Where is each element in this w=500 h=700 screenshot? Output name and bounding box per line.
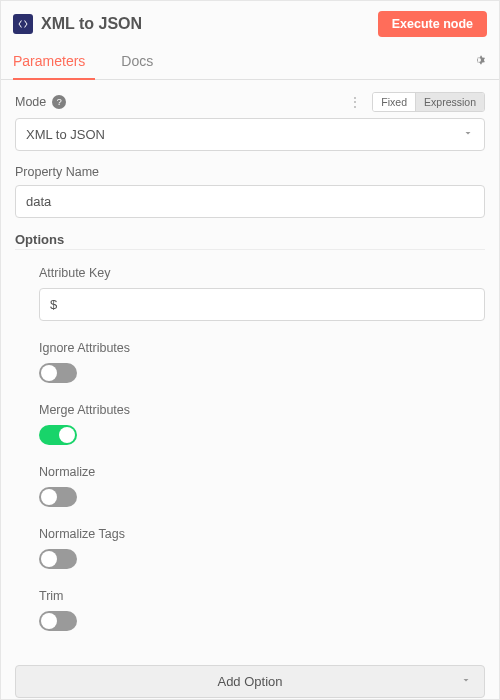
mode-select-value: XML to JSON	[26, 127, 105, 142]
options-divider	[15, 249, 485, 250]
node-title: XML to JSON	[41, 15, 378, 33]
help-icon[interactable]: ?	[52, 95, 66, 109]
options-list: Attribute Key Ignore Attributes Merge At…	[15, 266, 485, 631]
chevron-down-icon	[460, 674, 472, 689]
parameters-body: Mode ? ⋮ Fixed Expression XML to JSON Pr…	[1, 80, 499, 665]
toggle-ignore-attributes[interactable]	[39, 363, 77, 383]
option-trim: Trim	[39, 589, 485, 631]
drag-handle-icon[interactable]: ⋮	[349, 95, 362, 109]
add-option-label: Add Option	[217, 674, 282, 689]
field-property-name: Property Name	[15, 165, 485, 218]
field-mode: Mode ? ⋮ Fixed Expression XML to JSON	[15, 92, 485, 151]
tab-parameters[interactable]: Parameters	[13, 45, 95, 79]
option-ignore-attributes: Ignore Attributes	[39, 341, 485, 383]
label-trim: Trim	[39, 589, 485, 603]
value-type-expression[interactable]: Expression	[415, 93, 484, 111]
execute-node-button[interactable]: Execute node	[378, 11, 487, 37]
node-type-icon	[13, 14, 33, 34]
toggle-normalize[interactable]	[39, 487, 77, 507]
value-type-fixed[interactable]: Fixed	[373, 93, 415, 111]
chevron-down-icon	[462, 127, 474, 142]
mode-select[interactable]: XML to JSON	[15, 118, 485, 151]
property-name-input[interactable]	[15, 185, 485, 218]
add-option-button[interactable]: Add Option	[15, 665, 485, 698]
option-merge-attributes: Merge Attributes	[39, 403, 485, 445]
toggle-normalize-tags[interactable]	[39, 549, 77, 569]
label-mode: Mode	[15, 95, 46, 109]
label-ignore-attributes: Ignore Attributes	[39, 341, 485, 355]
mode-value-type-toggle[interactable]: Fixed Expression	[372, 92, 485, 112]
option-attribute-key: Attribute Key	[39, 266, 485, 321]
settings-gear-icon[interactable]	[471, 46, 487, 78]
label-normalize: Normalize	[39, 465, 485, 479]
tab-docs[interactable]: Docs	[121, 45, 163, 79]
toggle-merge-attributes[interactable]	[39, 425, 77, 445]
panel-header: XML to JSON Execute node	[1, 1, 499, 45]
node-config-panel: XML to JSON Execute node Parameters Docs…	[0, 0, 500, 700]
option-normalize-tags: Normalize Tags	[39, 527, 485, 569]
option-normalize: Normalize	[39, 465, 485, 507]
label-normalize-tags: Normalize Tags	[39, 527, 485, 541]
attribute-key-input[interactable]	[39, 288, 485, 321]
options-heading: Options	[15, 232, 485, 247]
label-property-name: Property Name	[15, 165, 99, 179]
tab-bar: Parameters Docs	[1, 45, 499, 80]
label-merge-attributes: Merge Attributes	[39, 403, 485, 417]
label-attribute-key: Attribute Key	[39, 266, 485, 280]
toggle-trim[interactable]	[39, 611, 77, 631]
